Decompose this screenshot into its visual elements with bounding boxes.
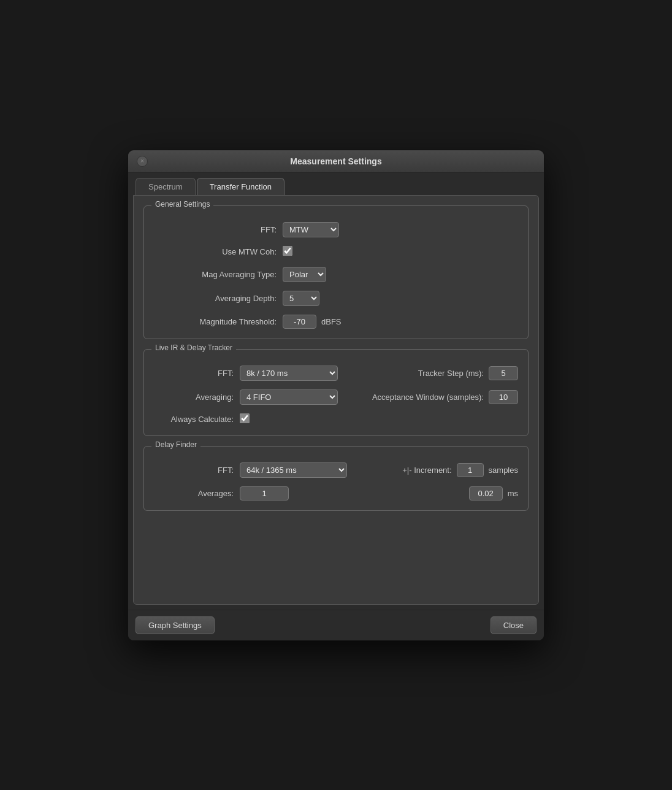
fft-select[interactable]: MTW Hann Blackman <box>283 222 339 237</box>
increment-input[interactable] <box>457 463 484 477</box>
ms-unit: ms <box>508 489 518 498</box>
avg-depth-label: Averaging Depth: <box>154 294 277 303</box>
window-title: Measurement Settings <box>290 156 381 166</box>
delay-fft-select[interactable]: 64k / 1365 ms 16k / 340 ms 32k / 680 ms <box>240 462 347 478</box>
increment-unit: samples <box>489 466 518 475</box>
averages-input[interactable] <box>240 486 289 500</box>
averaging-row: Averaging: 4 FIFO 1 FIFO 2 FIFO 8 FIFO A… <box>154 389 518 405</box>
mag-avg-type-row: Mag Averaging Type: Polar Power Linear <box>154 267 518 282</box>
use-mtw-coh-row: Use MTW Coh: <box>154 246 518 258</box>
live-fft-select[interactable]: 8k / 170 ms 4k / 85 ms 16k / 340 ms 32k … <box>240 366 338 381</box>
mag-threshold-row: Magnitude Threshold: dBFS <box>154 315 518 329</box>
acceptance-window-input[interactable] <box>489 390 518 404</box>
delay-finder-title: Delay Finder <box>151 440 200 449</box>
mag-avg-type-select[interactable]: Polar Power Linear <box>283 267 326 282</box>
fft-row: FFT: MTW Hann Blackman <box>154 222 518 237</box>
mag-threshold-unit: dBFS <box>321 317 342 326</box>
tab-transfer-function[interactable]: Transfer Function <box>197 178 284 195</box>
tracker-step-label: Tracker Step (ms): <box>418 369 484 378</box>
use-mtw-coh-checkbox[interactable] <box>283 246 292 256</box>
averages-row: Averages: ms <box>154 486 518 500</box>
tab-spectrum[interactable]: Spectrum <box>136 178 196 195</box>
content-area: General Settings FFT: MTW Hann Blackman … <box>133 195 539 605</box>
always-calculate-checkbox[interactable] <box>240 413 250 423</box>
averaging-select[interactable]: 4 FIFO 1 FIFO 2 FIFO 8 FIFO <box>240 389 338 405</box>
mag-threshold-input[interactable] <box>283 315 316 329</box>
mag-threshold-label: Magnitude Threshold: <box>154 317 277 326</box>
general-settings-title: General Settings <box>151 200 213 209</box>
live-ir-section: Live IR & Delay Tracker FFT: 8k / 170 ms… <box>143 349 529 436</box>
increment-label: +|- Increment: <box>402 466 451 475</box>
bottom-bar: Graph Settings Close <box>128 610 544 640</box>
live-fft-row: FFT: 8k / 170 ms 4k / 85 ms 16k / 340 ms… <box>154 366 518 381</box>
averaging-label: Averaging: <box>154 393 234 402</box>
close-dialog-button[interactable]: Close <box>491 616 536 634</box>
titlebar: × Measurement Settings <box>128 150 544 173</box>
tab-bar: Spectrum Transfer Function <box>128 173 544 195</box>
always-calculate-row: Always Calculate: <box>154 413 518 426</box>
acceptance-window-label: Acceptance Window (samples): <box>372 393 484 402</box>
delay-fft-row: FFT: 64k / 1365 ms 16k / 340 ms 32k / 68… <box>154 462 518 478</box>
live-fft-label: FFT: <box>154 369 234 378</box>
delay-finder-section: Delay Finder FFT: 64k / 1365 ms 16k / 34… <box>143 446 529 511</box>
close-button[interactable]: × <box>137 156 148 167</box>
tracker-step-input[interactable] <box>489 366 518 380</box>
live-ir-title: Live IR & Delay Tracker <box>151 343 236 352</box>
avg-depth-row: Averaging Depth: 5 1 2 3 4 6 8 10 <box>154 291 518 306</box>
mag-avg-type-label: Mag Averaging Type: <box>154 270 277 279</box>
general-settings-section: General Settings FFT: MTW Hann Blackman … <box>143 205 529 339</box>
always-calculate-label: Always Calculate: <box>154 415 234 424</box>
graph-settings-button[interactable]: Graph Settings <box>136 616 215 634</box>
avg-depth-select[interactable]: 5 1 2 3 4 6 8 10 <box>283 291 319 306</box>
ms-value-input[interactable] <box>469 486 503 500</box>
use-mtw-coh-label: Use MTW Coh: <box>154 247 277 256</box>
averages-label: Averages: <box>154 489 234 498</box>
fft-label: FFT: <box>154 225 277 234</box>
delay-fft-label: FFT: <box>154 466 234 475</box>
measurement-settings-window: × Measurement Settings Spectrum Transfer… <box>128 150 544 641</box>
